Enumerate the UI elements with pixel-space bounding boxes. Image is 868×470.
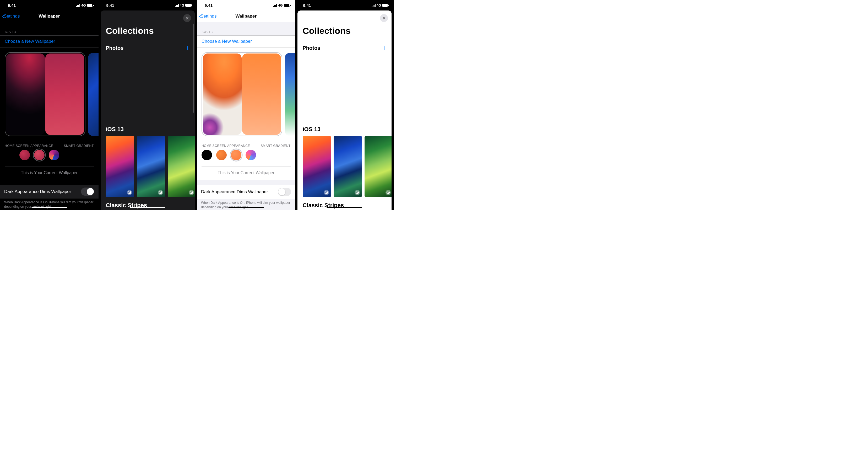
swatch-color-1[interactable] bbox=[216, 150, 227, 160]
wallpaper-preview-row bbox=[0, 48, 98, 139]
dynamic-badge-icon bbox=[354, 190, 360, 195]
wallpaper-preview-row bbox=[197, 48, 296, 139]
choose-wallpaper-link[interactable]: Choose a New Wallpaper bbox=[0, 35, 98, 48]
status-time: 9:41 bbox=[8, 3, 16, 8]
collections-title: Collections bbox=[101, 10, 195, 41]
nav-bar: ‹ Settings Wallpaper bbox=[197, 10, 296, 22]
appearance-label: HOME SCREEN APPEARANCE bbox=[202, 144, 250, 148]
appearance-header-row: HOME SCREEN APPEARANCE SMART GRADIENT bbox=[0, 139, 98, 150]
home-indicator[interactable] bbox=[327, 207, 362, 208]
collections-list: iOS 13 Classic Stripes bbox=[298, 126, 392, 210]
wallpaper-thumb[interactable] bbox=[106, 136, 134, 197]
swatch-smart-gradient[interactable] bbox=[246, 150, 256, 160]
ios13-heading: iOS 13 bbox=[101, 126, 195, 136]
lock-screen-preview bbox=[203, 54, 242, 135]
signal-icon bbox=[175, 4, 179, 7]
wallpaper-settings-light: 9:41 4G ‹ Settings Wallpaper IOS 13 Choo… bbox=[197, 0, 296, 210]
current-wallpaper-preview[interactable] bbox=[202, 52, 282, 136]
battery-icon bbox=[382, 4, 389, 7]
dynamic-badge-icon bbox=[158, 190, 163, 195]
nav-bar: ‹ Settings Wallpaper bbox=[0, 10, 98, 22]
current-wallpaper-caption: This is Your Current Wallpaper bbox=[5, 167, 94, 180]
swatch-black[interactable] bbox=[5, 150, 15, 160]
ios13-thumbnails bbox=[101, 136, 195, 202]
status-indicators: 4G bbox=[175, 3, 192, 7]
back-button[interactable]: ‹ Settings bbox=[199, 12, 216, 20]
back-label: Settings bbox=[4, 13, 20, 19]
dims-label: Dark Appearance Dims Wallpaper bbox=[201, 189, 268, 195]
appearance-header-row: HOME SCREEN APPEARANCE SMART GRADIENT bbox=[197, 139, 296, 150]
wallpaper-settings-dark: 9:41 4G ‹ Settings Wallpaper IOS 13 Choo… bbox=[0, 0, 98, 210]
battery-icon bbox=[284, 4, 290, 7]
back-label: Settings bbox=[200, 13, 216, 19]
lock-screen-preview bbox=[6, 54, 45, 135]
modal-sheet: ✕ Collections Photos + iOS 13 Classic St… bbox=[298, 10, 392, 210]
smart-gradient-label: SMART GRADIENT bbox=[261, 144, 291, 148]
photos-label: Photos bbox=[303, 45, 320, 51]
dynamic-badge-icon bbox=[189, 190, 194, 195]
home-indicator[interactable] bbox=[228, 207, 264, 208]
network-label: 4G bbox=[377, 3, 381, 7]
network-label: 4G bbox=[81, 3, 86, 7]
wallpaper-thumb[interactable] bbox=[303, 136, 331, 197]
swatch-color-2[interactable] bbox=[34, 150, 44, 160]
scroll-indicator[interactable] bbox=[193, 24, 194, 113]
next-wallpaper-peek[interactable] bbox=[285, 53, 296, 136]
appearance-swatches bbox=[197, 150, 296, 167]
appearance-swatches bbox=[0, 150, 98, 167]
photos-row[interactable]: Photos + bbox=[101, 41, 195, 55]
network-label: 4G bbox=[278, 3, 282, 7]
dynamic-badge-icon bbox=[385, 190, 391, 195]
back-button[interactable]: ‹ Settings bbox=[2, 12, 20, 20]
collections-modal-light: 9:41 4G ✕ Collections Photos + iOS 13 Cl… bbox=[296, 0, 394, 210]
swatch-smart-gradient[interactable] bbox=[49, 150, 59, 160]
dims-wallpaper-cell: Dark Appearance Dims Wallpaper bbox=[197, 185, 296, 199]
swatch-black[interactable] bbox=[202, 150, 212, 160]
status-indicators: 4G bbox=[372, 3, 389, 7]
status-time: 9:41 bbox=[303, 3, 311, 8]
swatch-color-1[interactable] bbox=[20, 150, 30, 160]
signal-icon bbox=[273, 4, 277, 7]
ios13-heading: iOS 13 bbox=[298, 126, 392, 136]
close-button[interactable]: ✕ bbox=[183, 14, 191, 22]
plus-icon: + bbox=[185, 44, 189, 52]
choose-wallpaper-link[interactable]: Choose a New Wallpaper bbox=[197, 35, 296, 48]
close-button[interactable]: ✕ bbox=[380, 14, 388, 22]
dims-label: Dark Appearance Dims Wallpaper bbox=[4, 189, 71, 194]
collections-list: iOS 13 Classic Stripes bbox=[101, 126, 195, 210]
home-indicator[interactable] bbox=[130, 207, 165, 208]
status-indicators: 4G bbox=[76, 3, 93, 7]
wallpaper-thumb[interactable] bbox=[137, 136, 165, 197]
photos-row[interactable]: Photos + bbox=[298, 41, 392, 55]
plus-icon: + bbox=[382, 44, 386, 52]
wallpaper-thumb[interactable] bbox=[168, 136, 195, 197]
appearance-label: HOME SCREEN APPEARANCE bbox=[5, 144, 53, 148]
ios13-thumbnails bbox=[298, 136, 392, 202]
dynamic-badge-icon bbox=[324, 190, 329, 195]
photos-label: Photos bbox=[106, 45, 124, 51]
status-bar: 9:41 4G bbox=[197, 0, 296, 10]
modal-sheet: ✕ Collections Photos + iOS 13 Classic St… bbox=[101, 10, 195, 210]
collections-modal-dark: 9:41 4G ✕ Collections Photos + iOS 13 Cl… bbox=[98, 0, 197, 210]
classic-heading: Classic Stripes bbox=[298, 202, 392, 210]
classic-heading: Classic Stripes bbox=[101, 202, 195, 210]
collections-title: Collections bbox=[298, 10, 392, 41]
home-indicator[interactable] bbox=[31, 207, 67, 208]
signal-icon bbox=[372, 4, 376, 7]
battery-icon bbox=[185, 4, 192, 7]
dims-toggle[interactable] bbox=[278, 188, 291, 196]
battery-icon bbox=[87, 4, 93, 7]
next-wallpaper-peek[interactable] bbox=[88, 53, 98, 136]
status-bar: 9:41 4G bbox=[98, 0, 197, 10]
network-label: 4G bbox=[180, 3, 184, 7]
status-bar: 9:41 4G bbox=[0, 0, 98, 10]
current-wallpaper-preview[interactable] bbox=[5, 52, 86, 136]
dims-wallpaper-cell: Dark Appearance Dims Wallpaper bbox=[0, 185, 98, 199]
home-screen-preview bbox=[242, 54, 281, 135]
swatch-color-2[interactable] bbox=[231, 150, 241, 160]
dims-toggle[interactable] bbox=[81, 187, 94, 196]
wallpaper-thumb[interactable] bbox=[334, 136, 362, 197]
status-bar: 9:41 4G bbox=[296, 0, 394, 10]
wallpaper-thumb[interactable] bbox=[365, 136, 392, 197]
signal-icon bbox=[76, 4, 80, 7]
